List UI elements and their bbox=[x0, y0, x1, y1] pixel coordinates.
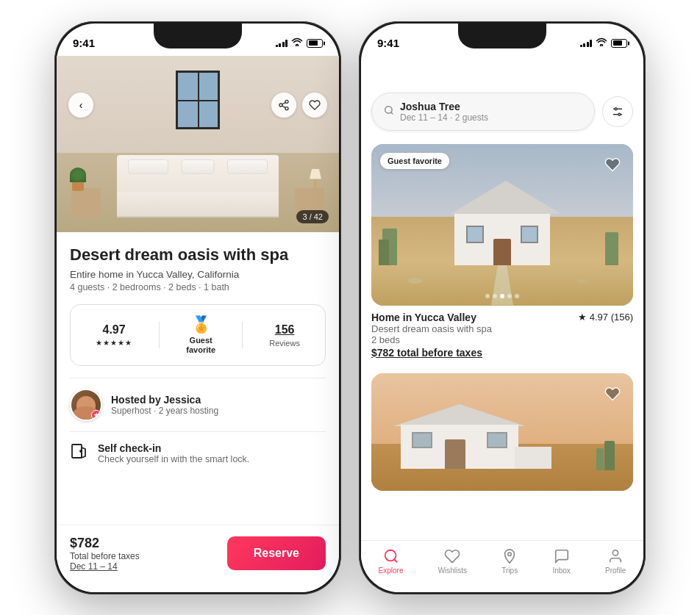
tab-bar: Explore Wishlists Trips Inbox bbox=[361, 540, 643, 592]
listing-card-2 bbox=[371, 373, 633, 491]
search-dates: Dec 11 – 14 · 2 guests bbox=[400, 112, 488, 123]
tab-profile-label: Profile bbox=[605, 567, 626, 575]
card-info-1: Home in Yucca Valley Desert dream oasis … bbox=[371, 312, 633, 359]
listing-hero: ‹ 3 / 42 bbox=[57, 56, 339, 232]
card-beds-1: 2 beds bbox=[371, 334, 492, 345]
dot bbox=[507, 294, 512, 298]
svg-line-8 bbox=[391, 112, 393, 115]
svg-point-2 bbox=[285, 107, 288, 109]
rating-score: 4.97 ★★★★★ bbox=[96, 323, 132, 347]
price-section: $782 Total before taxes Dec 11 – 14 bbox=[70, 536, 140, 572]
phone-search: 9:41 bbox=[359, 21, 646, 594]
listing-meta: 4 guests · 2 bedrooms · 2 beds · 1 bath bbox=[70, 282, 326, 292]
card-left-1: Home in Yucca Valley Desert dream oasis … bbox=[371, 312, 492, 359]
rating-card: 4.97 ★★★★★ 🏅 Guestfavorite 156 Reviews bbox=[70, 304, 326, 366]
bottom-bar: $782 Total before taxes Dec 11 – 14 Rese… bbox=[57, 525, 339, 592]
phone1-content: 9:41 bbox=[57, 24, 339, 592]
wishlist-button[interactable] bbox=[302, 93, 327, 118]
status-time-2: 9:41 bbox=[377, 37, 399, 49]
price-label: Total before taxes bbox=[70, 551, 140, 561]
tab-wishlists[interactable]: Wishlists bbox=[438, 548, 467, 575]
host-avatar bbox=[70, 389, 102, 421]
card-image-1: Guest favorite bbox=[371, 144, 633, 306]
listing-body: Desert dream oasis with spa Entire home … bbox=[57, 232, 339, 525]
wifi-icon-2 bbox=[596, 37, 607, 48]
guest-fav-icon: 🏅 bbox=[191, 315, 211, 334]
tab-trips-label: Trips bbox=[501, 567, 518, 575]
signal-icon bbox=[276, 39, 288, 47]
price-amount: $782 bbox=[70, 536, 140, 551]
hero-nav: ‹ bbox=[57, 93, 339, 118]
tab-inbox-label: Inbox bbox=[552, 567, 570, 575]
tab-explore-label: Explore bbox=[379, 567, 404, 575]
svg-point-0 bbox=[285, 100, 288, 103]
back-button[interactable]: ‹ bbox=[68, 93, 93, 118]
card-location-1: Home in Yucca Valley bbox=[371, 312, 492, 323]
notch bbox=[154, 24, 242, 48]
phone-detail: 9:41 bbox=[54, 21, 341, 594]
svg-point-6 bbox=[80, 450, 82, 452]
svg-point-17 bbox=[508, 552, 512, 555]
superhost-badge bbox=[91, 410, 101, 420]
price-dates[interactable]: Dec 11 – 14 bbox=[70, 561, 140, 572]
card-price-amount-1: $782 total before taxes bbox=[371, 347, 482, 359]
guest-favorite-badge: 🏅 Guestfavorite bbox=[186, 315, 215, 355]
search-location: Joshua Tree bbox=[400, 101, 488, 112]
card-image-2 bbox=[371, 373, 633, 491]
search-bar: Joshua Tree Dec 11 – 14 · 2 guests bbox=[371, 93, 633, 131]
wifi-icon bbox=[291, 37, 303, 48]
listing-title: Desert dream oasis with spa bbox=[70, 245, 326, 265]
listing-subtitle: Entire home in Yucca Valley, California bbox=[70, 269, 326, 280]
search-text-area: Joshua Tree Dec 11 – 14 · 2 guests bbox=[400, 101, 488, 123]
host-name: Hosted by Jessica bbox=[111, 394, 326, 406]
status-icons bbox=[276, 37, 324, 48]
host-info: Hosted by Jessica Superhost · 2 years ho… bbox=[111, 394, 326, 416]
checkin-section: Self check-in Check yourself in with the… bbox=[70, 431, 326, 475]
heart-button-1[interactable] bbox=[601, 153, 624, 176]
reserve-button[interactable]: Reserve bbox=[227, 536, 326, 570]
lamp bbox=[310, 169, 321, 190]
status-time: 9:41 bbox=[73, 37, 95, 49]
card-desc-1: Desert dream oasis with spa bbox=[371, 323, 492, 334]
checkin-desc: Check yourself in with the smart lock. bbox=[98, 454, 249, 464]
host-meta: Superhost · 2 years hosting bbox=[111, 406, 326, 416]
notch-2 bbox=[458, 24, 546, 48]
battery-icon-2 bbox=[611, 39, 627, 48]
dot bbox=[485, 294, 490, 298]
svg-line-16 bbox=[394, 559, 397, 562]
dot-active bbox=[500, 294, 504, 298]
host-section: Hosted by Jessica Superhost · 2 years ho… bbox=[70, 378, 326, 431]
divider bbox=[159, 322, 160, 348]
tab-trips[interactable]: Trips bbox=[501, 548, 518, 575]
guest-fav-badge: Guest favorite bbox=[380, 153, 449, 169]
svg-point-7 bbox=[385, 107, 392, 113]
svg-point-15 bbox=[385, 550, 396, 561]
tab-wishlists-label: Wishlists bbox=[438, 567, 467, 575]
svg-point-10 bbox=[618, 113, 621, 115]
tab-inbox[interactable]: Inbox bbox=[552, 548, 570, 575]
bed bbox=[117, 155, 279, 217]
tab-explore[interactable]: Explore bbox=[379, 548, 404, 575]
dot bbox=[493, 294, 497, 298]
svg-line-3 bbox=[282, 106, 286, 108]
checkin-info: Self check-in Check yourself in with the… bbox=[98, 442, 249, 464]
photo-counter: 3 / 42 bbox=[296, 210, 329, 223]
scene: 9:41 bbox=[0, 0, 700, 615]
dot bbox=[515, 294, 519, 298]
heart-button-2[interactable] bbox=[601, 382, 624, 406]
status-icons-2 bbox=[580, 37, 628, 48]
card-rating-1: ★ 4.97 (156) bbox=[578, 312, 633, 323]
svg-point-9 bbox=[615, 107, 617, 109]
tab-profile[interactable]: Profile bbox=[605, 548, 626, 575]
checkin-title: Self check-in bbox=[98, 442, 249, 454]
share-button[interactable] bbox=[271, 93, 296, 118]
svg-point-1 bbox=[279, 104, 282, 107]
divider bbox=[242, 322, 243, 348]
filter-button[interactable] bbox=[602, 96, 633, 127]
reviews-count[interactable]: 156 Reviews bbox=[269, 323, 300, 348]
search-input-container[interactable]: Joshua Tree Dec 11 – 14 · 2 guests bbox=[371, 93, 595, 131]
guest-fav-label: Guestfavorite bbox=[186, 336, 215, 355]
door-icon bbox=[70, 442, 88, 464]
plant bbox=[70, 168, 86, 190]
signal-icon-2 bbox=[580, 39, 593, 47]
